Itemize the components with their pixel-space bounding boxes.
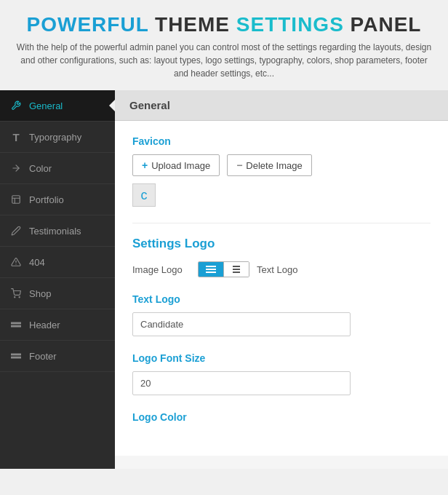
logo-color-label: Logo Color — [132, 411, 431, 423]
sidebar-item-typography[interactable]: T Typorgraphy — [0, 122, 115, 153]
favicon-group: Favicon + Upload Image − Delete Image c — [132, 135, 431, 207]
favicon-preview-char: c — [141, 188, 148, 203]
sidebar-item-color[interactable]: Color — [0, 153, 115, 184]
delete-button-label: Delete Image — [246, 160, 302, 171]
sidebar-label-general: General — [29, 100, 63, 111]
upload-button-label: Upload Image — [151, 160, 210, 171]
title-word-3: SETTINGS — [236, 13, 344, 36]
svg-rect-7 — [11, 325, 21, 328]
image-logo-label: Image Logo — [132, 264, 191, 275]
settings-logo-group: Settings Logo Image Logo — [132, 237, 431, 277]
section-title: General — [115, 90, 448, 121]
lines-right-icon — [233, 266, 240, 273]
sidebar-item-shop[interactable]: Shop — [0, 278, 115, 309]
title-word-4: PANEL — [344, 13, 422, 36]
svg-rect-1 — [12, 196, 20, 204]
page-header: POWERFUL THEME SETTINGS PANEL With the h… — [0, 0, 448, 90]
text-logo-label: Text Logo — [132, 293, 431, 305]
main-content: General Favicon + Upload Image − Delete … — [115, 90, 448, 469]
upload-image-button[interactable]: + Upload Image — [132, 154, 220, 176]
favicon-label: Favicon — [132, 135, 431, 147]
svg-rect-8 — [11, 354, 21, 356]
minus-icon: − — [236, 159, 242, 171]
logo-font-size-group: Logo Font Size — [132, 352, 431, 395]
toggle-image-logo-button[interactable] — [199, 262, 224, 277]
warning-icon — [10, 256, 22, 268]
logo-toggle-group — [198, 261, 249, 277]
wrench-icon — [10, 100, 22, 111]
title-word-1: POWERFUL — [27, 13, 149, 36]
main-layout: General T Typorgraphy Color Portfolio Te… — [0, 90, 448, 469]
divider-1 — [132, 223, 431, 223]
lines-icon — [206, 266, 216, 273]
settings-logo-title: Settings Logo — [132, 237, 431, 251]
footer-icon — [10, 350, 22, 362]
color-icon — [10, 162, 22, 174]
logo-font-size-label: Logo Font Size — [132, 352, 431, 364]
sidebar-item-testimonials[interactable]: Testimonials — [0, 215, 115, 247]
sidebar-label-shop: Shop — [29, 288, 51, 299]
sidebar-label-404: 404 — [29, 257, 45, 268]
logo-font-size-input[interactable] — [132, 371, 351, 395]
sidebar-label-portfolio: Portfolio — [29, 194, 64, 205]
favicon-buttons: + Upload Image − Delete Image — [132, 154, 431, 176]
typography-icon: T — [10, 131, 22, 143]
content-area: Favicon + Upload Image − Delete Image c — [115, 121, 448, 456]
sidebar: General T Typorgraphy Color Portfolio Te… — [0, 90, 115, 469]
delete-image-button[interactable]: − Delete Image — [227, 154, 312, 176]
testimonials-icon — [10, 225, 22, 237]
header-icon — [10, 319, 22, 330]
sidebar-item-404[interactable]: 404 — [0, 247, 115, 278]
text-logo-toggle-label: Text Logo — [257, 264, 297, 275]
svg-rect-6 — [11, 322, 21, 325]
logo-color-group: Logo Color — [132, 411, 431, 423]
page-title: POWERFUL THEME SETTINGS PANEL — [15, 13, 433, 36]
page-description: With the help of the powerful admin pane… — [15, 41, 433, 80]
portfolio-icon — [10, 194, 22, 205]
line-3 — [206, 272, 216, 273]
text-logo-input[interactable] — [132, 312, 351, 336]
sidebar-label-testimonials: Testimonials — [29, 226, 81, 237]
text-logo-group: Text Logo — [132, 293, 431, 336]
sidebar-item-footer[interactable]: Footer — [0, 341, 115, 372]
line-r2 — [233, 269, 240, 270]
svg-point-5 — [19, 297, 20, 298]
sidebar-label-typography: Typorgraphy — [29, 132, 81, 143]
sidebar-item-portfolio[interactable]: Portfolio — [0, 184, 115, 215]
plus-icon: + — [142, 159, 148, 171]
line-1 — [206, 266, 216, 267]
sidebar-item-header[interactable]: Header — [0, 309, 115, 341]
line-r3 — [233, 272, 240, 273]
title-word-2: THEME — [148, 13, 236, 36]
image-logo-row: Image Logo — [132, 261, 431, 277]
favicon-preview: c — [132, 183, 156, 207]
shop-icon — [10, 288, 22, 299]
svg-rect-9 — [11, 357, 21, 359]
sidebar-label-color: Color — [29, 163, 52, 174]
sidebar-label-footer: Footer — [29, 351, 57, 362]
line-r1 — [233, 266, 240, 267]
svg-point-4 — [15, 297, 15, 298]
line-2 — [206, 269, 216, 270]
sidebar-label-header: Header — [29, 320, 60, 330]
sidebar-item-general[interactable]: General — [0, 90, 115, 122]
toggle-text-logo-button[interactable] — [224, 262, 249, 277]
